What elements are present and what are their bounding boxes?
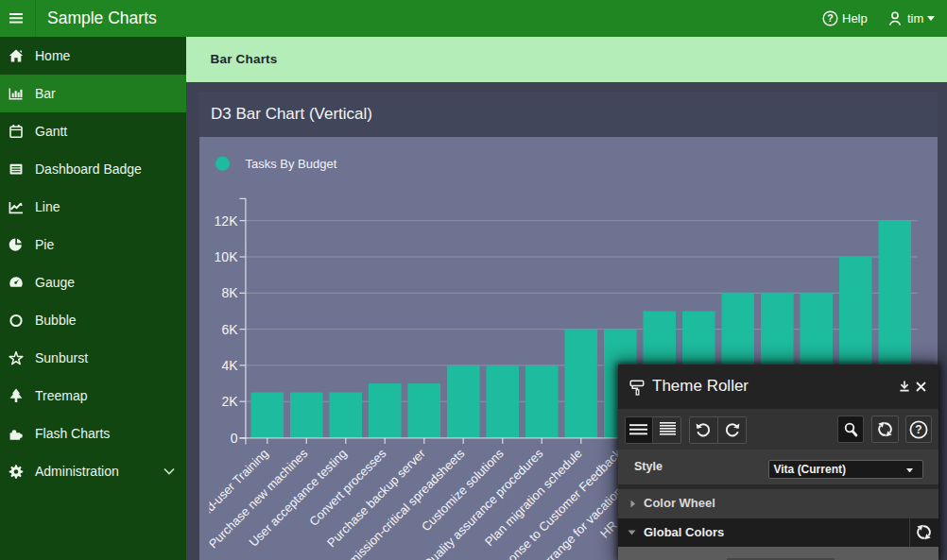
svg-text:?: ? <box>916 423 922 436</box>
svg-text:?: ? <box>827 12 833 24</box>
